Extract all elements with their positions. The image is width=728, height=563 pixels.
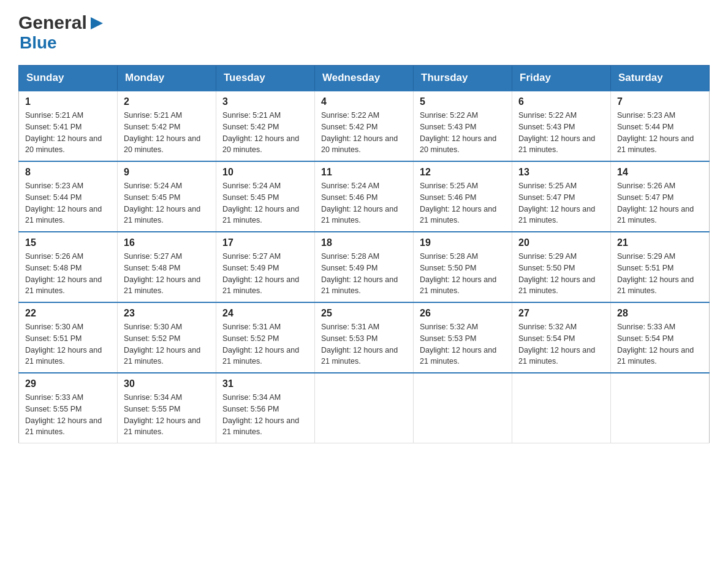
calendar-day-cell: 13Sunrise: 5:25 AMSunset: 5:47 PMDayligh…: [512, 161, 611, 232]
calendar-table: SundayMondayTuesdayWednesdayThursdayFrid…: [18, 65, 710, 443]
day-number: 27: [518, 308, 604, 319]
calendar-day-cell: [512, 373, 611, 443]
day-info: Sunrise: 5:22 AMSunset: 5:42 PMDaylight:…: [321, 110, 407, 156]
calendar-day-cell: 15Sunrise: 5:26 AMSunset: 5:48 PMDayligh…: [19, 232, 118, 302]
day-number: 24: [222, 308, 308, 319]
day-info: Sunrise: 5:34 AMSunset: 5:55 PMDaylight:…: [124, 392, 210, 438]
day-number: 5: [420, 96, 506, 107]
logo: General Blue: [18, 12, 105, 53]
day-number: 3: [222, 96, 308, 107]
calendar-day-cell: 21Sunrise: 5:29 AMSunset: 5:51 PMDayligh…: [611, 232, 710, 302]
day-info: Sunrise: 5:31 AMSunset: 5:53 PMDaylight:…: [321, 321, 407, 367]
calendar-day-header: Friday: [512, 66, 611, 91]
calendar-day-cell: [611, 373, 710, 443]
day-number: 18: [321, 237, 407, 248]
day-info: Sunrise: 5:28 AMSunset: 5:50 PMDaylight:…: [420, 251, 506, 297]
calendar-day-cell: 27Sunrise: 5:32 AMSunset: 5:54 PMDayligh…: [512, 302, 611, 373]
day-info: Sunrise: 5:28 AMSunset: 5:49 PMDaylight:…: [321, 251, 407, 297]
day-number: 2: [124, 96, 210, 107]
day-info: Sunrise: 5:24 AMSunset: 5:45 PMDaylight:…: [222, 180, 308, 226]
day-number: 23: [124, 308, 210, 319]
calendar-day-header: Tuesday: [216, 66, 315, 91]
day-info: Sunrise: 5:24 AMSunset: 5:45 PMDaylight:…: [124, 180, 210, 226]
day-number: 22: [25, 308, 111, 319]
calendar-week-row: 1Sunrise: 5:21 AMSunset: 5:41 PMDaylight…: [19, 91, 710, 161]
calendar-day-cell: 16Sunrise: 5:27 AMSunset: 5:48 PMDayligh…: [118, 232, 216, 302]
day-info: Sunrise: 5:25 AMSunset: 5:47 PMDaylight:…: [518, 180, 604, 226]
day-info: Sunrise: 5:26 AMSunset: 5:48 PMDaylight:…: [25, 251, 111, 297]
day-number: 25: [321, 308, 407, 319]
calendar-day-cell: 4Sunrise: 5:22 AMSunset: 5:42 PMDaylight…: [315, 91, 414, 161]
day-number: 31: [222, 378, 308, 389]
calendar-day-cell: 30Sunrise: 5:34 AMSunset: 5:55 PMDayligh…: [118, 373, 216, 443]
calendar-day-header: Wednesday: [315, 66, 414, 91]
logo-blue-text: Blue: [20, 33, 57, 52]
calendar-day-cell: 28Sunrise: 5:33 AMSunset: 5:54 PMDayligh…: [611, 302, 710, 373]
day-number: 13: [518, 167, 604, 178]
calendar-week-row: 22Sunrise: 5:30 AMSunset: 5:51 PMDayligh…: [19, 302, 710, 373]
day-number: 4: [321, 96, 407, 107]
day-info: Sunrise: 5:27 AMSunset: 5:49 PMDaylight:…: [222, 251, 308, 297]
day-info: Sunrise: 5:29 AMSunset: 5:51 PMDaylight:…: [617, 251, 703, 297]
calendar-day-cell: 29Sunrise: 5:33 AMSunset: 5:55 PMDayligh…: [19, 373, 118, 443]
day-info: Sunrise: 5:21 AMSunset: 5:42 PMDaylight:…: [222, 110, 308, 156]
day-info: Sunrise: 5:32 AMSunset: 5:54 PMDaylight:…: [518, 321, 604, 367]
day-info: Sunrise: 5:23 AMSunset: 5:44 PMDaylight:…: [617, 110, 703, 156]
day-number: 7: [617, 96, 703, 107]
day-number: 17: [222, 237, 308, 248]
calendar-day-header: Monday: [118, 66, 216, 91]
day-info: Sunrise: 5:29 AMSunset: 5:50 PMDaylight:…: [518, 251, 604, 297]
day-info: Sunrise: 5:33 AMSunset: 5:54 PMDaylight:…: [617, 321, 703, 367]
day-info: Sunrise: 5:21 AMSunset: 5:41 PMDaylight:…: [25, 110, 111, 156]
day-number: 19: [420, 237, 506, 248]
calendar-day-cell: 14Sunrise: 5:26 AMSunset: 5:47 PMDayligh…: [611, 161, 710, 232]
calendar-day-cell: 17Sunrise: 5:27 AMSunset: 5:49 PMDayligh…: [216, 232, 315, 302]
calendar-day-cell: [414, 373, 512, 443]
day-info: Sunrise: 5:34 AMSunset: 5:56 PMDaylight:…: [222, 392, 308, 438]
calendar-day-cell: 18Sunrise: 5:28 AMSunset: 5:49 PMDayligh…: [315, 232, 414, 302]
day-number: 6: [518, 96, 604, 107]
day-number: 15: [25, 237, 111, 248]
calendar-week-row: 29Sunrise: 5:33 AMSunset: 5:55 PMDayligh…: [19, 373, 710, 443]
calendar-day-cell: 2Sunrise: 5:21 AMSunset: 5:42 PMDaylight…: [118, 91, 216, 161]
logo-general-text: General: [18, 12, 87, 33]
day-number: 30: [124, 378, 210, 389]
calendar-day-header: Thursday: [414, 66, 512, 91]
calendar-header-row: SundayMondayTuesdayWednesdayThursdayFrid…: [19, 66, 710, 91]
day-info: Sunrise: 5:26 AMSunset: 5:47 PMDaylight:…: [617, 180, 703, 226]
day-number: 14: [617, 167, 703, 178]
calendar-day-cell: 5Sunrise: 5:22 AMSunset: 5:43 PMDaylight…: [414, 91, 512, 161]
logo-arrow-icon: [88, 15, 105, 32]
calendar-day-cell: 23Sunrise: 5:30 AMSunset: 5:52 PMDayligh…: [118, 302, 216, 373]
day-info: Sunrise: 5:21 AMSunset: 5:42 PMDaylight:…: [124, 110, 210, 156]
day-number: 8: [25, 167, 111, 178]
day-number: 10: [222, 167, 308, 178]
calendar-day-header: Sunday: [19, 66, 118, 91]
day-info: Sunrise: 5:30 AMSunset: 5:52 PMDaylight:…: [124, 321, 210, 367]
day-number: 9: [124, 167, 210, 178]
calendar-day-cell: 8Sunrise: 5:23 AMSunset: 5:44 PMDaylight…: [19, 161, 118, 232]
day-number: 1: [25, 96, 111, 107]
day-info: Sunrise: 5:33 AMSunset: 5:55 PMDaylight:…: [25, 392, 111, 438]
calendar-day-cell: 31Sunrise: 5:34 AMSunset: 5:56 PMDayligh…: [216, 373, 315, 443]
day-info: Sunrise: 5:31 AMSunset: 5:52 PMDaylight:…: [222, 321, 308, 367]
calendar-day-header: Saturday: [611, 66, 710, 91]
day-number: 26: [420, 308, 506, 319]
day-info: Sunrise: 5:23 AMSunset: 5:44 PMDaylight:…: [25, 180, 111, 226]
calendar-day-cell: 6Sunrise: 5:22 AMSunset: 5:43 PMDaylight…: [512, 91, 611, 161]
day-info: Sunrise: 5:30 AMSunset: 5:51 PMDaylight:…: [25, 321, 111, 367]
page-header: General Blue: [18, 12, 710, 53]
svg-marker-0: [91, 17, 103, 29]
day-number: 11: [321, 167, 407, 178]
calendar-day-cell: 12Sunrise: 5:25 AMSunset: 5:46 PMDayligh…: [414, 161, 512, 232]
calendar-day-cell: 24Sunrise: 5:31 AMSunset: 5:52 PMDayligh…: [216, 302, 315, 373]
day-number: 29: [25, 378, 111, 389]
day-number: 12: [420, 167, 506, 178]
day-number: 20: [518, 237, 604, 248]
calendar-day-cell: 1Sunrise: 5:21 AMSunset: 5:41 PMDaylight…: [19, 91, 118, 161]
calendar-day-cell: 20Sunrise: 5:29 AMSunset: 5:50 PMDayligh…: [512, 232, 611, 302]
calendar-day-cell: 11Sunrise: 5:24 AMSunset: 5:46 PMDayligh…: [315, 161, 414, 232]
calendar-day-cell: 26Sunrise: 5:32 AMSunset: 5:53 PMDayligh…: [414, 302, 512, 373]
calendar-day-cell: 22Sunrise: 5:30 AMSunset: 5:51 PMDayligh…: [19, 302, 118, 373]
day-info: Sunrise: 5:24 AMSunset: 5:46 PMDaylight:…: [321, 180, 407, 226]
